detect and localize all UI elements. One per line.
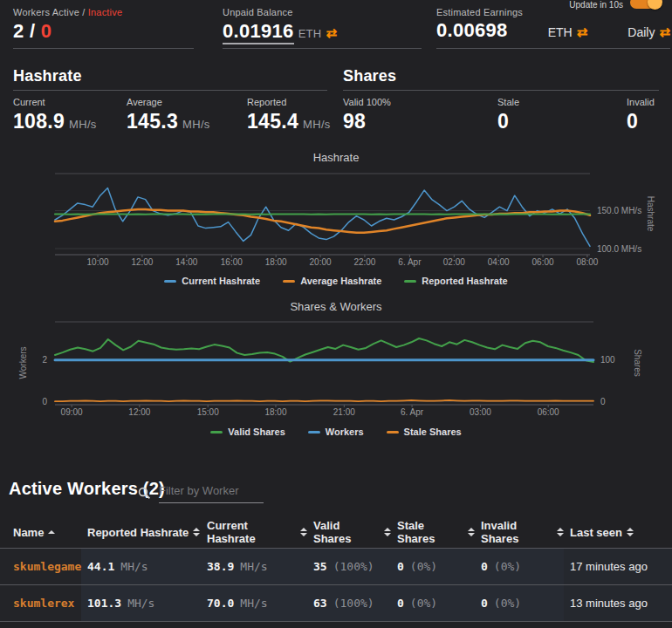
axis-title: Workers <box>18 346 28 379</box>
last-seen-cell: 17 minutes ago <box>564 549 672 584</box>
column-header-name[interactable]: Name <box>0 526 81 539</box>
table-row: skumlegame44.1MH/s38.9MH/s35(100%)0(0%)0… <box>0 548 672 584</box>
column-header-invalid-shares[interactable]: Invalid Shares <box>475 519 564 545</box>
legend-item-average-hashrate[interactable]: Average Hashrate <box>283 276 381 286</box>
stat-label: Valid 100% <box>343 97 391 107</box>
cell-unit: MH/s <box>127 597 154 610</box>
cell-unit: MH/s <box>240 560 267 573</box>
stat-value: 145.3 <box>127 110 178 133</box>
column-header-label: Stale Shares <box>397 519 463 545</box>
workers-stat-block: Workers Active / Inactive 2 / 0 <box>13 7 194 49</box>
shares-section-title: Shares <box>343 67 659 91</box>
stale-shares-stat: Stale 0 <box>497 97 519 133</box>
x-axis-tick-label: 09:00 <box>61 407 83 417</box>
table-row: skumlerex101.3MH/s70.0MH/s63(100%)0(0%)0… <box>0 584 672 622</box>
x-axis-tick-label: 02:00 <box>443 257 465 267</box>
sort-both-icon <box>557 528 564 536</box>
worker-name-link[interactable]: skumlegame <box>0 549 81 584</box>
cell-value: 38.9 <box>207 560 234 573</box>
column-header-last-seen[interactable]: Last seen <box>564 526 672 539</box>
column-header-reported-hashrate[interactable]: Reported Hashrate <box>81 526 201 539</box>
last-seen-cell: 13 minutes ago <box>564 585 672 621</box>
table-cell: 35(100%) <box>307 549 391 584</box>
x-axis-tick-label: 06:00 <box>532 257 554 267</box>
sort-both-icon <box>627 528 634 536</box>
sort-both-icon <box>468 528 475 536</box>
legend-item-valid-shares[interactable]: Valid Shares <box>210 427 285 437</box>
table-cell: 0(0%) <box>391 585 475 621</box>
currency-swap-icon[interactable]: ⇄ <box>326 25 338 40</box>
hashrate-chart[interactable]: 150.0 MH/s100.0 MH/sHashrate10:0012:0014… <box>0 165 672 275</box>
x-axis-tick-label: 6. Apr <box>401 407 424 417</box>
series-line-average-hashrate <box>55 209 590 233</box>
legend-label: Workers <box>326 427 364 437</box>
shares-workers-chart-legend: Valid SharesWorkersStale Shares <box>0 427 672 437</box>
x-axis-tick-label: 15:00 <box>197 407 219 417</box>
separator: / <box>79 7 88 17</box>
workers-active-label: Workers Active <box>13 7 79 17</box>
workers-table-header: NameReported HashrateCurrent HashrateVal… <box>0 516 672 548</box>
legend-item-current-hashrate[interactable]: Current Hashrate <box>164 276 260 286</box>
cell-value: 44.1 <box>87 560 114 573</box>
column-header-stale-shares[interactable]: Stale Shares <box>391 519 475 545</box>
earnings-currency-selector[interactable]: ETH⇄ <box>548 24 588 40</box>
x-axis-tick-label: 04:00 <box>488 257 510 267</box>
legend-swatch <box>283 280 295 283</box>
stat-label: Reported <box>247 97 331 107</box>
active-workers-label: Active Workers <box>9 479 138 498</box>
worker-name-link[interactable]: skumlerex <box>0 585 81 621</box>
stat-value: 98 <box>343 110 366 133</box>
stat-label: Current <box>13 97 97 107</box>
legend-swatch <box>387 431 399 433</box>
series-line-valid-shares <box>55 338 593 362</box>
mining-dashboard: Update in 10s Workers Active / Inactive … <box>0 0 672 628</box>
table-cell: 44.1MH/s <box>81 549 201 584</box>
x-axis-tick-label: 03:00 <box>470 407 491 417</box>
currency-swap-icon: ⇄ <box>577 24 588 39</box>
column-header-current-hashrate[interactable]: Current Hashrate <box>201 519 307 545</box>
legend-label: Reported Hashrate <box>422 276 507 286</box>
axis-tick-label: 0 <box>600 397 606 406</box>
x-axis-tick-label: 18:00 <box>264 407 286 417</box>
legend-swatch <box>210 431 223 433</box>
legend-item-stale-shares[interactable]: Stale Shares <box>387 427 462 437</box>
x-axis-tick-label: 6. Apr <box>398 257 422 267</box>
estimated-earnings-value: 0.00698 <box>436 19 508 42</box>
period-swap-icon: ⇄ <box>659 24 670 39</box>
axis-title: Shares <box>633 349 642 377</box>
sort-ascending-icon <box>48 530 55 534</box>
stat-label: Stale <box>497 97 519 107</box>
legend-item-workers[interactable]: Workers <box>308 427 364 437</box>
axis-title: Hashrate <box>646 196 655 232</box>
cell-unit: MH/s <box>120 560 147 573</box>
legend-item-reported-hashrate[interactable]: Reported Hashrate <box>404 276 507 286</box>
shares-workers-chart[interactable]: 20Workers1000Shares09:0012:0015:0018:002… <box>0 313 672 425</box>
legend-label: Average Hashrate <box>300 276 381 286</box>
column-header-label: Valid Shares <box>313 519 380 545</box>
stat-value: 0 <box>627 110 638 133</box>
table-cell: 0(0%) <box>475 549 564 584</box>
x-axis-tick-label: 14:00 <box>175 257 197 267</box>
cell-unit: (0%) <box>410 560 437 573</box>
stat-value: 108.9 <box>13 110 65 133</box>
earnings-currency-label: ETH <box>548 25 573 39</box>
earnings-period-selector[interactable]: Daily⇄ <box>627 24 670 40</box>
stat-value: 145.4 <box>247 110 298 133</box>
x-axis-tick-label: 20:00 <box>310 257 332 267</box>
reported-hashrate-stat: Reported 145.4MH/s <box>247 97 331 133</box>
workers-active-value: 2 <box>13 20 24 42</box>
cell-unit: MH/s <box>240 597 267 610</box>
axis-tick-label: 100 <box>600 355 615 365</box>
column-header-label: Invalid Shares <box>481 519 552 545</box>
filter-by-worker-input[interactable] <box>159 482 264 503</box>
cell-value: 63 <box>313 597 327 610</box>
x-axis-tick-label: 18:00 <box>265 257 287 267</box>
stat-unit: MH/s <box>69 118 97 131</box>
column-header-label: Reported Hashrate <box>87 526 189 539</box>
column-header-valid-shares[interactable]: Valid Shares <box>307 519 391 545</box>
x-axis-tick-label: 10:00 <box>87 257 109 267</box>
unpaid-balance-value[interactable]: 0.01916 <box>223 20 294 44</box>
hashrate-chart-title: Hashrate <box>0 151 672 164</box>
legend-swatch <box>164 280 176 283</box>
unpaid-balance-unit: ETH <box>298 27 322 40</box>
